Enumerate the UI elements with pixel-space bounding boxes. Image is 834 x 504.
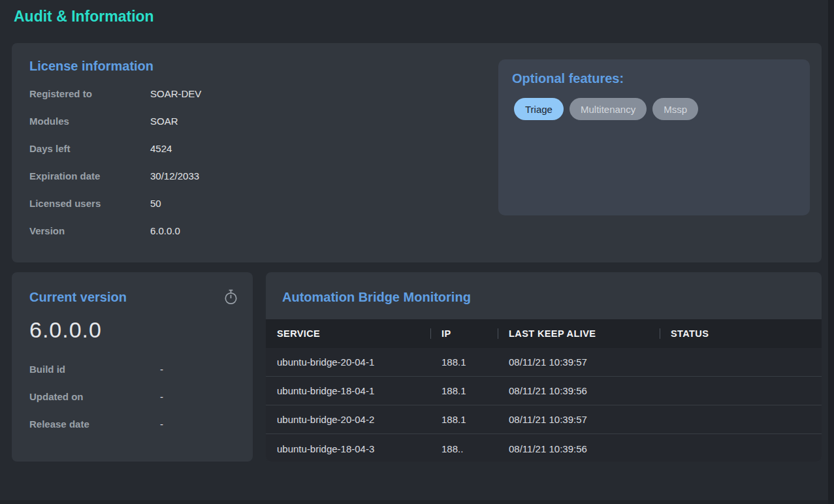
cell-status — [660, 385, 822, 396]
license-field-row: Version 6.0.0.0 — [29, 217, 304, 244]
license-info-title: License information — [29, 59, 153, 74]
cell-ip: 188.1 — [430, 414, 498, 425]
table-row: ubuntu-bridge-18-04-3 188.. 08/11/21 10:… — [266, 434, 822, 462]
cell-status — [660, 414, 822, 425]
license-field-row: Expiration date 30/12/2033 — [29, 162, 304, 189]
cell-service: ubuntu-bridge-20-04-1 — [266, 356, 430, 368]
bridge-monitoring-title: Automation Bridge Monitoring — [282, 290, 471, 305]
field-label: Build id — [29, 364, 160, 375]
license-info-card: License information Registered to SOAR-D… — [12, 43, 822, 262]
field-value: 4524 — [150, 143, 172, 154]
optional-features-title: Optional features: — [512, 71, 624, 86]
table-body: ubuntu-bridge-20-04-1 188.1 08/11/21 10:… — [266, 348, 822, 462]
cell-last-keep-alive: 08/11/21 10:39:56 — [498, 385, 660, 396]
field-label: Modules — [29, 116, 150, 127]
field-value: SOAR — [150, 116, 178, 127]
field-label: Registered to — [29, 88, 150, 99]
license-field-row: Registered to SOAR-DEV — [29, 80, 304, 107]
vertical-scrollbar-track[interactable] — [828, 0, 834, 504]
table-row: ubuntu-bridge-20-04-1 188.1 08/11/21 10:… — [266, 348, 822, 377]
cell-last-keep-alive: 08/11/21 10:39:57 — [498, 356, 660, 368]
field-value: 6.0.0.0 — [150, 225, 180, 236]
column-header-ip: IP — [430, 328, 498, 339]
chip-triage[interactable]: Triage — [514, 98, 564, 120]
cell-ip: 188.1 — [430, 385, 498, 396]
version-field-row: Updated on - — [29, 383, 238, 410]
license-field-row: Days left 4524 — [29, 134, 304, 162]
cell-service: ubuntu-bridge-20-04-2 — [266, 414, 430, 425]
column-header-status: STATUS — [660, 328, 822, 339]
field-value: 50 — [150, 198, 161, 209]
field-label: Expiration date — [29, 170, 150, 181]
cell-status — [660, 443, 822, 454]
version-field-row: Release date - — [29, 410, 238, 437]
field-value: 30/12/2033 — [150, 170, 199, 181]
chip-mssp[interactable]: Mssp — [652, 98, 698, 120]
bridge-monitoring-card: Automation Bridge Monitoring SERVICE IP … — [266, 272, 822, 462]
bridge-monitoring-table: SERVICE IP LAST KEEP ALIVE STATUS ubuntu… — [266, 319, 822, 462]
current-version-title: Current version — [29, 290, 127, 305]
cell-last-keep-alive: 08/11/21 10:39:56 — [498, 443, 660, 454]
optional-features-chip-group: Triage Multitenancy Mssp — [514, 98, 698, 120]
cell-service: ubuntu-bridge-18-04-3 — [266, 443, 430, 454]
current-version-card: Current version 6.0.0.0 Build id - Updat… — [12, 272, 253, 462]
current-version-number: 6.0.0.0 — [29, 317, 102, 343]
field-label: Updated on — [29, 391, 160, 402]
cell-ip: 188.1 — [430, 356, 498, 368]
column-header-service: SERVICE — [266, 328, 430, 339]
cell-status — [660, 356, 822, 368]
license-field-list: Registered to SOAR-DEV Modules SOAR Days… — [29, 80, 304, 244]
field-value: SOAR-DEV — [150, 88, 201, 99]
version-field-list: Build id - Updated on - Release date - — [29, 355, 238, 437]
cell-ip: 188.. — [430, 443, 498, 454]
stopwatch-icon — [223, 289, 238, 308]
license-field-row: Licensed users 50 — [29, 189, 304, 217]
license-field-row: Modules SOAR — [29, 107, 304, 134]
cell-last-keep-alive: 08/11/21 10:39:57 — [498, 414, 660, 425]
field-value: - — [160, 391, 163, 402]
column-header-last-keep-alive: LAST KEEP ALIVE — [498, 328, 660, 339]
chip-multitenancy[interactable]: Multitenancy — [569, 98, 647, 120]
page-title: Audit & Information — [14, 8, 154, 25]
field-label: Days left — [29, 143, 150, 154]
field-label: Licensed users — [29, 198, 150, 209]
version-field-row: Build id - — [29, 355, 238, 383]
horizontal-scrollbar-track[interactable] — [0, 500, 828, 504]
optional-features-panel: Optional features: Triage Multitenancy M… — [498, 59, 810, 215]
cell-service: ubuntu-bridge-18-04-1 — [266, 385, 430, 396]
table-header-row: SERVICE IP LAST KEEP ALIVE STATUS — [266, 319, 822, 348]
field-value: - — [160, 364, 163, 375]
field-value: - — [160, 418, 163, 430]
field-label: Version — [29, 225, 150, 236]
table-row: ubuntu-bridge-18-04-1 188.1 08/11/21 10:… — [266, 377, 822, 405]
field-label: Release date — [29, 418, 160, 430]
table-row: ubuntu-bridge-20-04-2 188.1 08/11/21 10:… — [266, 405, 822, 434]
